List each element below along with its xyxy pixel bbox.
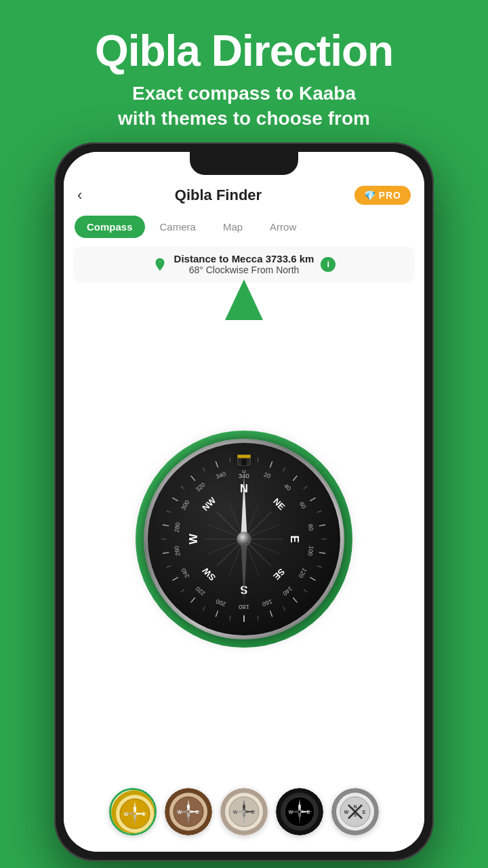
main-title: Qibla Direction [27, 27, 461, 75]
info-button[interactable]: i [321, 257, 336, 272]
nav-bar: ‹ Qibla Finder 💎 PRO [64, 179, 424, 212]
theme-golden[interactable]: N S W E [109, 788, 157, 835]
svg-line-33 [172, 498, 178, 501]
svg-rect-68 [241, 459, 246, 465]
phone-screen: ‹ Qibla Finder 💎 PRO Compass Camera Map … [64, 152, 424, 852]
svg-rect-67 [238, 455, 251, 458]
svg-line-17 [293, 597, 297, 602]
pro-label: PRO [379, 190, 401, 201]
svg-text:320: 320 [195, 481, 207, 493]
app-content: ‹ Qibla Finder 💎 PRO Compass Camera Map … [64, 152, 424, 852]
location-icon [152, 257, 167, 272]
phone-frame: ‹ Qibla Finder 💎 PRO Compass Camera Map … [54, 142, 434, 861]
svg-text:300: 300 [180, 499, 190, 511]
svg-line-15 [310, 577, 315, 580]
svg-text:120: 120 [298, 567, 308, 579]
svg-line-44 [317, 566, 322, 567]
compass-silver-ring: 340 0 [144, 439, 344, 639]
distance-line1: Distance to Mecca 3733.6 km [174, 253, 314, 264]
svg-text:60: 60 [298, 500, 308, 510]
svg-line-23 [216, 611, 218, 617]
svg-text:N: N [353, 804, 357, 809]
svg-text:40: 40 [283, 482, 292, 492]
svg-line-55 [203, 467, 205, 471]
svg-line-29 [163, 553, 169, 554]
header-section: Qibla Direction Exact compass to Kaaba w… [0, 0, 488, 144]
theme-brown[interactable]: N S W E [165, 788, 212, 835]
svg-line-7 [293, 476, 297, 481]
svg-line-53 [166, 511, 171, 512]
svg-text:240: 240 [180, 567, 190, 579]
compass-face: 340 0 [148, 443, 340, 635]
tab-bar: Compass Camera Map Arrow [64, 212, 424, 242]
tab-arrow[interactable]: Arrow [258, 216, 308, 238]
svg-line-35 [191, 476, 195, 481]
svg-text:280: 280 [173, 521, 181, 532]
theme-dark[interactable]: N S W E [276, 788, 323, 835]
svg-line-50 [181, 589, 184, 593]
se-label: SE [271, 566, 287, 582]
distance-text: Distance to Mecca 3733.6 km 68° Clockwis… [174, 253, 314, 275]
tab-camera[interactable]: Camera [148, 216, 208, 238]
tab-map[interactable]: Map [211, 216, 255, 238]
theme-selector: N S W E [64, 778, 424, 852]
theme-beige[interactable]: N S W E [220, 788, 268, 835]
svg-line-56 [230, 458, 230, 462]
svg-text:200: 200 [215, 598, 226, 608]
svg-line-13 [319, 553, 325, 554]
app-title: Qibla Finder [175, 186, 262, 204]
svg-line-45 [304, 589, 307, 593]
svg-line-27 [172, 577, 178, 580]
diamond-icon: 💎 [364, 190, 375, 201]
tab-compass[interactable]: Compass [75, 216, 145, 238]
distance-info: Distance to Mecca 3733.6 km 68° Clockwis… [73, 246, 415, 282]
svg-line-51 [166, 566, 171, 567]
svg-line-46 [283, 606, 285, 610]
svg-text:260: 260 [173, 545, 181, 556]
svg-line-41 [304, 486, 307, 490]
subtitle: Exact compass to Kaaba with themes to ch… [27, 81, 461, 131]
svg-line-37 [216, 461, 218, 467]
compass-wrapper: 340 0 [136, 431, 352, 648]
svg-line-5 [270, 461, 272, 467]
phone-mockup: ‹ Qibla Finder 💎 PRO Compass Camera Map … [54, 142, 434, 861]
distance-line2: 68° Clockwise From North [174, 264, 314, 275]
svg-text:220: 220 [195, 585, 207, 597]
svg-text:140: 140 [281, 585, 293, 597]
svg-line-39 [258, 458, 258, 462]
svg-text:100: 100 [306, 545, 314, 556]
svg-line-31 [163, 525, 169, 526]
svg-text:E: E [363, 810, 366, 814]
svg-line-40 [283, 467, 285, 471]
svg-line-47 [258, 616, 258, 620]
svg-line-42 [317, 511, 322, 512]
nw-label: NW [200, 495, 218, 513]
svg-text:160: 160 [261, 598, 272, 608]
sw-label: SW [200, 565, 218, 583]
pro-badge[interactable]: 💎 PRO [354, 186, 411, 205]
ne-label: NE [271, 496, 287, 513]
back-button[interactable]: ‹ [77, 186, 82, 204]
svg-line-49 [203, 606, 205, 610]
qibla-arrow [225, 279, 263, 320]
svg-text:80: 80 [307, 524, 315, 532]
kaaba-icon [234, 449, 255, 470]
svg-text:180: 180 [239, 604, 249, 611]
compass-svg: 340 0 [148, 443, 340, 635]
compass-center [237, 532, 251, 546]
svg-text:W: W [344, 810, 349, 814]
phone-notch [190, 152, 298, 175]
svg-line-11 [319, 525, 325, 526]
theme-silver[interactable]: N S W E [331, 788, 379, 835]
east-label: E [288, 535, 301, 542]
west-label: W [187, 534, 200, 545]
compass-outer-ring: 340 0 [136, 431, 352, 648]
svg-line-19 [270, 611, 272, 617]
svg-text:340: 340 [215, 471, 226, 480]
compass-area: 340 0 [64, 286, 424, 778]
svg-text:20: 20 [263, 471, 272, 480]
svg-line-25 [191, 597, 195, 602]
svg-line-48 [230, 616, 230, 620]
svg-line-54 [181, 486, 184, 490]
svg-line-9 [310, 498, 315, 501]
